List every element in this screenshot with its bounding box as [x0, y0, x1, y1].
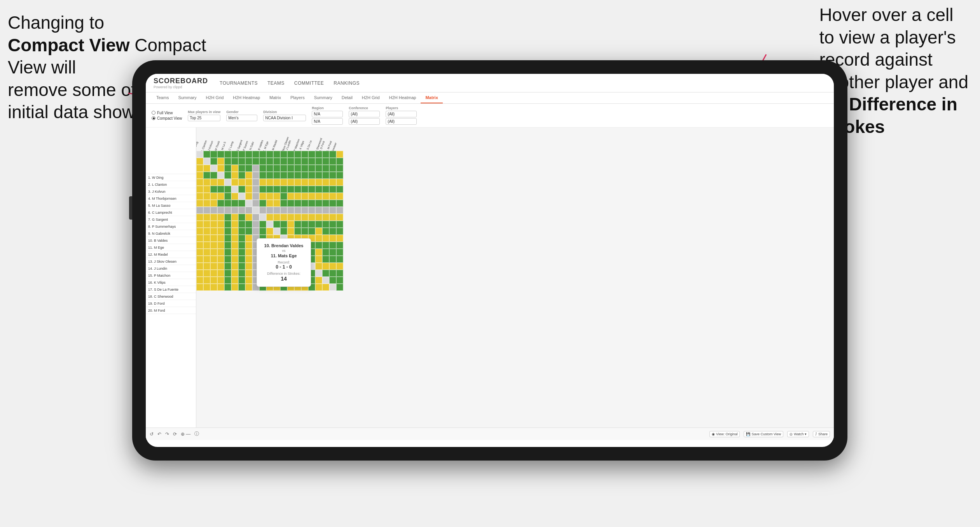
- matrix-cell-7-7[interactable]: [238, 193, 245, 200]
- matrix-cell-4-12[interactable]: [273, 172, 280, 179]
- matrix-cell-12-8[interactable]: [245, 228, 252, 235]
- matrix-cell-5-16[interactable]: [301, 179, 308, 186]
- matrix-cell-12-5[interactable]: [224, 228, 231, 235]
- matrix-cell-20-18[interactable]: [315, 284, 322, 291]
- matrix-cell-3-10[interactable]: [259, 165, 266, 172]
- matrix-cell-15-2[interactable]: [203, 249, 210, 256]
- matrix-cell-15-8[interactable]: [245, 249, 252, 256]
- matrix-cell-9-4[interactable]: [217, 207, 224, 214]
- matrix-cell-6-2[interactable]: [203, 186, 210, 193]
- matrix-cell-12-18[interactable]: [315, 228, 322, 235]
- matrix-cell-12-17[interactable]: [308, 228, 315, 235]
- matrix-cell-1-9[interactable]: [252, 151, 259, 158]
- matrix-cell-8-7[interactable]: [238, 200, 245, 207]
- matrix-cell-13-21[interactable]: [336, 235, 343, 242]
- tab-detail[interactable]: Detail: [337, 92, 357, 103]
- matrix-cell-2-7[interactable]: [238, 158, 245, 165]
- tab-h2h-heatmap1[interactable]: H2H Heatmap: [228, 92, 265, 103]
- matrix-cell-18-19[interactable]: [322, 270, 329, 277]
- matrix-cell-18-18[interactable]: [315, 270, 322, 277]
- matrix-cell-19-1[interactable]: [196, 277, 203, 284]
- matrix-cell-18-4[interactable]: [217, 270, 224, 277]
- matrix-cell-19-21[interactable]: [336, 277, 343, 284]
- matrix-cell-13-3[interactable]: [210, 235, 217, 242]
- matrix-cell-1-12[interactable]: [273, 151, 280, 158]
- region-select1[interactable]: N/A: [312, 111, 343, 117]
- matrix-cell-6-12[interactable]: [273, 186, 280, 193]
- matrix-cell-4-19[interactable]: [322, 172, 329, 179]
- division-select[interactable]: NCAA Division I: [263, 115, 306, 121]
- matrix-cell-3-8[interactable]: [245, 165, 252, 172]
- matrix-cell-20-6[interactable]: [231, 284, 238, 291]
- matrix-cell-11-8[interactable]: [245, 221, 252, 228]
- matrix-cell-1-7[interactable]: [238, 151, 245, 158]
- matrix-cell-3-7[interactable]: [238, 165, 245, 172]
- matrix-cell-18-21[interactable]: [336, 270, 343, 277]
- matrix-cell-8-6[interactable]: [231, 200, 238, 207]
- matrix-cell-11-4[interactable]: [217, 221, 224, 228]
- matrix-cell-4-14[interactable]: [287, 172, 294, 179]
- matrix-cell-18-2[interactable]: [203, 270, 210, 277]
- matrix-cell-4-13[interactable]: [280, 172, 287, 179]
- matrix-cell-13-7[interactable]: [238, 235, 245, 242]
- matrix-cell-12-10[interactable]: [259, 228, 266, 235]
- matrix-cell-11-21[interactable]: [336, 221, 343, 228]
- matrix-cell-3-17[interactable]: [308, 165, 315, 172]
- matrix-cell-9-2[interactable]: [203, 207, 210, 214]
- matrix-cell-5-2[interactable]: [203, 179, 210, 186]
- toolbar-zoom[interactable]: ⊕ —: [181, 431, 190, 437]
- matrix-cell-8-5[interactable]: [224, 200, 231, 207]
- matrix-cell-7-10[interactable]: [259, 193, 266, 200]
- matrix-cell-17-19[interactable]: [322, 263, 329, 270]
- matrix-cell-6-21[interactable]: [336, 186, 343, 193]
- matrix-cell-4-1[interactable]: [196, 172, 203, 179]
- matrix-cell-20-19[interactable]: [322, 284, 329, 291]
- matrix-cell-7-8[interactable]: [245, 193, 252, 200]
- matrix-cell-5-8[interactable]: [245, 179, 252, 186]
- matrix-cell-8-21[interactable]: [336, 200, 343, 207]
- matrix-cell-19-7[interactable]: [238, 277, 245, 284]
- matrix-cell-16-6[interactable]: [231, 256, 238, 263]
- matrix-cell-17-8[interactable]: [245, 263, 252, 270]
- matrix-cell-5-21[interactable]: [336, 179, 343, 186]
- full-view-radio[interactable]: Full View: [152, 111, 182, 115]
- matrix-cell-1-2[interactable]: [203, 151, 210, 158]
- matrix-cell-5-14[interactable]: [287, 179, 294, 186]
- matrix-cell-1-11[interactable]: [266, 151, 273, 158]
- matrix-cell-13-18[interactable]: [315, 235, 322, 242]
- matrix-cell-8-17[interactable]: [308, 200, 315, 207]
- matrix-cell-2-11[interactable]: [266, 158, 273, 165]
- matrix-cell-14-6[interactable]: [231, 242, 238, 249]
- matrix-cell-5-15[interactable]: [294, 179, 301, 186]
- matrix-cell-2-9[interactable]: [252, 158, 259, 165]
- matrix-cell-3-21[interactable]: [336, 165, 343, 172]
- matrix-cell-8-20[interactable]: [329, 200, 336, 207]
- matrix-cell-13-8[interactable]: [245, 235, 252, 242]
- matrix-cell-5-11[interactable]: [266, 179, 273, 186]
- matrix-cell-12-13[interactable]: [280, 228, 287, 235]
- matrix-cell-3-2[interactable]: [203, 165, 210, 172]
- matrix-cell-6-7[interactable]: [238, 186, 245, 193]
- matrix-cell-14-18[interactable]: [315, 242, 322, 249]
- matrix-cell-11-10[interactable]: [259, 221, 266, 228]
- matrix-cell-18-20[interactable]: [329, 270, 336, 277]
- matrix-cell-18-3[interactable]: [210, 270, 217, 277]
- nav-tournaments[interactable]: TOURNAMENTS: [220, 80, 258, 86]
- matrix-cell-10-12[interactable]: [273, 214, 280, 221]
- matrix-cell-11-5[interactable]: [224, 221, 231, 228]
- matrix-cell-1-1[interactable]: [196, 151, 203, 158]
- matrix-cell-8-16[interactable]: [301, 200, 308, 207]
- matrix-cell-13-6[interactable]: [231, 235, 238, 242]
- matrix-cell-9-21[interactable]: [336, 207, 343, 214]
- matrix-cell-8-18[interactable]: [315, 200, 322, 207]
- matrix-cell-4-16[interactable]: [301, 172, 308, 179]
- matrix-cell-1-4[interactable]: [217, 151, 224, 158]
- matrix-cell-2-8[interactable]: [245, 158, 252, 165]
- matrix-cell-4-20[interactable]: [329, 172, 336, 179]
- matrix-cell-18-6[interactable]: [231, 270, 238, 277]
- matrix-cell-1-5[interactable]: [224, 151, 231, 158]
- matrix-cell-5-7[interactable]: [238, 179, 245, 186]
- matrix-cell-3-20[interactable]: [329, 165, 336, 172]
- matrix-cell-15-7[interactable]: [238, 249, 245, 256]
- matrix-cell-10-2[interactable]: [203, 214, 210, 221]
